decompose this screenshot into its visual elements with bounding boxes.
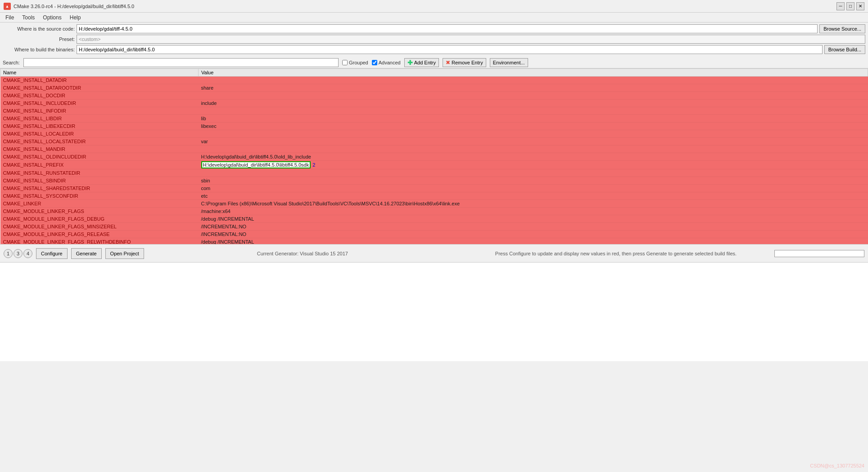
build-input[interactable] [77, 45, 823, 54]
table-cell-name: CMAKE_MODULE_LINKER_FLAGS_RELWITHDEBINFO [0, 238, 199, 245]
table-row[interactable]: CMAKE_INSTALL_LIBEXECDIRlibexec [0, 123, 868, 130]
close-button[interactable]: ✕ [856, 2, 864, 10]
generate-button[interactable]: Generate [71, 248, 102, 259]
table-cell-value: share [199, 84, 868, 92]
table-wrapper[interactable]: Name Value CMAKE_INSTALL_DATADIRCMAKE_IN… [0, 68, 868, 244]
table-cell-value: H:\develop\gdal\buid_dir\libtiff4.5.0\ol… [199, 153, 868, 161]
table-row[interactable]: CMAKE_LINKERC:\Program Files (x86)\Micro… [0, 200, 868, 208]
menu-file[interactable]: File [2, 14, 18, 22]
advanced-checkbox[interactable] [372, 60, 377, 65]
add-entry-button[interactable]: ✚ Add Entry [404, 58, 439, 67]
step-3: 3 [14, 249, 23, 258]
search-input[interactable] [23, 58, 339, 67]
table-cell-name: CMAKE_MODULE_LINKER_FLAGS_DEBUG [0, 215, 199, 223]
browse-source-button[interactable]: Browse Source... [819, 24, 865, 33]
table-row[interactable]: CMAKE_INSTALL_RUNSTATEDIR [0, 169, 868, 177]
open-project-button[interactable]: Open Project [105, 248, 144, 259]
table-row[interactable]: CMAKE_INSTALL_LIBDIRlib [0, 115, 868, 123]
table-cell-name: CMAKE_MODULE_LINKER_FLAGS_RELEASE [0, 231, 199, 238]
table-row[interactable]: CMAKE_INSTALL_LOCALSTATEDIRvar [0, 138, 868, 145]
table-cell-value: H:\develop\gdal\buid_dir\libtiff4.5.0\li… [199, 161, 868, 169]
title-bar-left: ▲ CMake 3.26.0-rc4 - H:/develop/gdal/bui… [4, 3, 134, 10]
cmake-table: Name Value CMAKE_INSTALL_DATADIRCMAKE_IN… [0, 68, 868, 244]
watermark: CSDN@cs_1307725524 [810, 463, 864, 468]
add-entry-label: Add Entry [414, 60, 436, 65]
menu-options[interactable]: Options [39, 14, 65, 22]
cell-edit-value[interactable]: H:\develop\gdal\buid_dir\libtiff4.5.0\li… [201, 161, 311, 168]
table-row[interactable]: CMAKE_INSTALL_SHAREDSTATEDIRcom [0, 185, 868, 192]
table-row[interactable]: CMAKE_INSTALL_INCLUDEDIRinclude [0, 100, 868, 107]
table-row[interactable]: CMAKE_MODULE_LINKER_FLAGS_RELEASE/INCREM… [0, 231, 868, 238]
table-cell-name: CMAKE_INSTALL_SBINDIR [0, 177, 199, 185]
progress-bar [774, 250, 864, 257]
minimize-button[interactable]: ─ [836, 2, 845, 10]
environment-button[interactable]: Environment... [490, 58, 528, 67]
table-cell-name: CMAKE_MODULE_LINKER_FLAGS_MINSIZEREL [0, 223, 199, 231]
table-cell-name: CMAKE_INSTALL_INCLUDEDIR [0, 100, 199, 107]
grouped-checkbox[interactable] [342, 60, 348, 65]
advanced-label: Advanced [379, 60, 401, 65]
title-bar: ▲ CMake 3.26.0-rc4 - H:/develop/gdal/bui… [0, 0, 868, 13]
table-row[interactable]: CMAKE_INSTALL_SYSCONFDIRetc [0, 192, 868, 200]
table-cell-value: /debug /INCREMENTAL [199, 238, 868, 245]
menu-bar: File Tools Options Help [0, 13, 868, 23]
table-cell-value [199, 130, 868, 138]
log-area[interactable] [0, 262, 868, 361]
table-cell-value [199, 92, 868, 100]
table-cell-value: lib [199, 115, 868, 123]
browse-build-button[interactable]: Browse Build... [824, 45, 865, 54]
configure-button[interactable]: Configure [36, 248, 68, 259]
table-cell-name: CMAKE_INSTALL_DOCDIR [0, 92, 199, 100]
table-row[interactable]: CMAKE_INSTALL_MANDIR [0, 145, 868, 153]
plus-icon: ✚ [407, 59, 413, 66]
preset-select[interactable]: <custom> [77, 35, 865, 44]
environment-label: Environment... [493, 60, 525, 65]
source-input[interactable] [77, 24, 818, 33]
table-cell-value: etc [199, 192, 868, 200]
table-cell-value: C:\Program Files (x86)\Microsoft Visual … [199, 200, 868, 208]
table-row[interactable]: CMAKE_MODULE_LINKER_FLAGS_DEBUG/debug /I… [0, 215, 868, 223]
cmake-icon-symbol: ▲ [5, 4, 9, 9]
restore-button[interactable]: □ [846, 2, 854, 10]
table-cell-name: CMAKE_MODULE_LINKER_FLAGS [0, 208, 199, 215]
table-cell-name: CMAKE_INSTALL_LOCALEDIR [0, 130, 199, 138]
step-indicator: 1 3 4 [4, 249, 32, 258]
step-4: 4 [23, 249, 32, 258]
source-label: Where is the source code: [3, 26, 75, 32]
remove-entry-button[interactable]: ✖ Remove Entry [443, 58, 486, 67]
table-cell-value: com [199, 185, 868, 192]
table-cell-value: /INCREMENTAL:NO [199, 223, 868, 231]
step-1: 1 [4, 249, 13, 258]
table-row[interactable]: CMAKE_INSTALL_SBINDIRsbin [0, 177, 868, 185]
table-row[interactable]: CMAKE_MODULE_LINKER_FLAGS/machine:x64 [0, 208, 868, 215]
table-row[interactable]: CMAKE_INSTALL_DATAROOTDIRshare [0, 84, 868, 92]
table-cell-name: CMAKE_INSTALL_SYSCONFDIR [0, 192, 199, 200]
table-cell-name: CMAKE_INSTALL_PREFIX [0, 161, 199, 169]
table-cell-name: CMAKE_LINKER [0, 200, 199, 208]
source-row: Where is the source code: Browse Source.… [3, 24, 865, 33]
preset-row: Preset: <custom> [3, 35, 865, 44]
table-cell-name: CMAKE_INSTALL_LOCALSTATEDIR [0, 138, 199, 145]
table-cell-value [199, 145, 868, 153]
grouped-checkbox-group[interactable]: Grouped [342, 60, 368, 65]
advanced-checkbox-group[interactable]: Advanced [372, 60, 401, 65]
table-cell-value: /machine:x64 [199, 208, 868, 215]
table-row[interactable]: CMAKE_MODULE_LINKER_FLAGS_MINSIZEREL/INC… [0, 223, 868, 231]
hint-text: Press Configure to update and display ne… [461, 251, 771, 256]
table-cell-name: CMAKE_INSTALL_MANDIR [0, 145, 199, 153]
table-row[interactable]: CMAKE_INSTALL_INFODIR [0, 107, 868, 115]
menu-tools[interactable]: Tools [18, 14, 38, 22]
menu-help[interactable]: Help [66, 14, 85, 22]
form-area: Where is the source code: Browse Source.… [0, 23, 868, 57]
table-row[interactable]: CMAKE_INSTALL_DOCDIR [0, 92, 868, 100]
table-row[interactable]: CMAKE_INSTALL_DATADIR [0, 77, 868, 84]
table-cell-name: CMAKE_INSTALL_LIBEXECDIR [0, 123, 199, 130]
table-row[interactable]: CMAKE_INSTALL_PREFIXH:\develop\gdal\buid… [0, 161, 868, 169]
table-row[interactable]: CMAKE_INSTALL_LOCALEDIR [0, 130, 868, 138]
window-controls[interactable]: ─ □ ✕ [836, 2, 864, 10]
table-cell-name: CMAKE_INSTALL_INFODIR [0, 107, 199, 115]
cell-number: 2 [312, 162, 315, 168]
table-row[interactable]: CMAKE_MODULE_LINKER_FLAGS_RELWITHDEBINFO… [0, 238, 868, 245]
table-row[interactable]: CMAKE_INSTALL_OLDINCLUDEDIRH:\develop\gd… [0, 153, 868, 161]
build-row: Where to build the binaries: Browse Buil… [3, 45, 865, 54]
